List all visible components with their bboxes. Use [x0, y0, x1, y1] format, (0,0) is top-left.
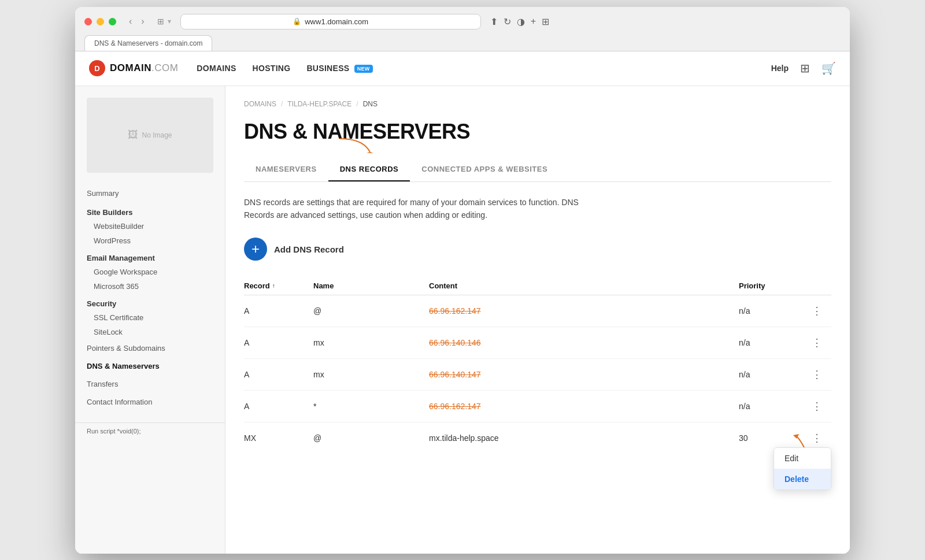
minimize-window-button[interactable]	[97, 18, 104, 25]
nav-business[interactable]: BUSINESS NEW	[306, 64, 372, 73]
window-icon: ⊞	[157, 17, 164, 26]
close-window-button[interactable]	[84, 18, 92, 25]
breadcrumb-domain-name[interactable]: TILDA-HELP.SPACE	[287, 100, 352, 108]
tab-connected-apps[interactable]: CONNECTED APPS & WEBSITES	[410, 158, 559, 181]
table-row: A mx 66.96.140.146 n/a ⋮	[244, 327, 831, 359]
row-menu-button-0[interactable]: ⋮	[808, 303, 826, 318]
tabs: NAMESERVERS DNS RECORDS CONNECTED APPS &…	[244, 158, 831, 182]
browser-window: ‹ › ⊞ ▾ 🔒 www1.domain.com ⬆ ↻ ◑ + ⊞ DNS …	[75, 7, 850, 554]
brand-logo: D	[89, 60, 105, 76]
record-actions-3: ⋮	[808, 391, 831, 422]
sidebar-item-pointers[interactable]: Pointers & Subdomains	[75, 339, 225, 357]
browser-titlebar: ‹ › ⊞ ▾ 🔒 www1.domain.com ⬆ ↻ ◑ + ⊞ DNS …	[75, 7, 850, 51]
sort-arrow[interactable]: ↑	[272, 283, 275, 289]
sidebar-section-site-builders: Site Builders	[75, 202, 225, 219]
back-button[interactable]: ‹	[125, 15, 135, 28]
record-name-4: @	[313, 422, 429, 454]
status-bar: Run script *void(0);	[75, 422, 225, 439]
table-row: A * 66.96.162.147 n/a ⋮	[244, 391, 831, 422]
dns-table: Record ↑ Name Content Priority	[244, 277, 831, 454]
breadcrumb: DOMAINS / TILDA-HELP.SPACE / DNS	[244, 100, 831, 108]
row-menu-button-1[interactable]: ⋮	[808, 335, 826, 350]
row-menu-button-3[interactable]: ⋮	[808, 399, 826, 414]
sidebar-item-summary[interactable]: Summary	[75, 184, 225, 202]
record-priority-1: n/a	[739, 327, 808, 359]
table-row: A @ 66.96.162.147 n/a ⋮	[244, 295, 831, 327]
page-title: DNS & NAMESERVERS	[244, 120, 831, 144]
nav-hosting[interactable]: HOSTING	[253, 64, 291, 73]
record-type-1: A	[244, 327, 313, 359]
sidebar-item-google-workspace[interactable]: Google Workspace	[75, 265, 225, 279]
th-actions	[808, 277, 831, 295]
breadcrumb-sep-1: /	[281, 100, 283, 108]
add-icon: +	[244, 238, 267, 261]
record-type-0: A	[244, 295, 313, 327]
nav-right: Help ⊞ 🛒	[771, 61, 836, 75]
sidebar-section-email: Email Management	[75, 248, 225, 265]
record-actions-2: ⋮	[808, 359, 831, 391]
dns-table-wrapper: Record ↑ Name Content Priority	[244, 277, 831, 454]
record-content-0: 66.96.162.147	[429, 295, 739, 327]
record-actions-0: ⋮	[808, 295, 831, 327]
grid-view-icon[interactable]: ⊞	[542, 16, 549, 27]
nav-domains[interactable]: DOMAINS	[197, 64, 236, 73]
record-content-3: 66.96.162.147	[429, 391, 739, 422]
record-name-2: mx	[313, 359, 429, 391]
sidebar-item-ssl[interactable]: SSL Certificate	[75, 310, 225, 325]
sidebar-item-sitelock[interactable]: SiteLock	[75, 325, 225, 339]
refresh-icon[interactable]: ↻	[504, 16, 511, 27]
sidebar-item-microsoft-365[interactable]: Microsoft 365	[75, 279, 225, 294]
main-layout: 🖼 No Image Summary Site Builders Website…	[75, 86, 850, 554]
table-row: MX @ mx.tilda-help.space 30 ⋮	[244, 422, 831, 454]
tab-dns-records[interactable]: DNS RECORDS	[328, 158, 410, 181]
svg-marker-0	[367, 152, 373, 153]
th-record: Record ↑	[244, 277, 313, 295]
sidebar-nav: Summary Site Builders WebsiteBuilder Wor…	[75, 184, 225, 422]
main-nav: DOMAINS HOSTING BUSINESS NEW	[197, 64, 372, 73]
record-content-2: 66.96.140.147	[429, 359, 739, 391]
help-link[interactable]: Help	[771, 64, 789, 73]
row-menu-button-4[interactable]: ⋮	[808, 431, 826, 446]
sidebar-item-wordpress[interactable]: WordPress	[75, 233, 225, 248]
window-chevron: ▾	[168, 17, 171, 25]
record-content-4: mx.tilda-help.space	[429, 422, 739, 454]
table-row: A mx 66.96.140.147 n/a ⋮	[244, 359, 831, 391]
address-bar-url[interactable]: www1.domain.com	[305, 17, 368, 26]
context-menu-delete[interactable]: Delete	[774, 469, 831, 489]
cart-icon[interactable]: 🛒	[822, 61, 836, 75]
record-content-1: 66.96.140.146	[429, 327, 739, 359]
record-type-2: A	[244, 359, 313, 391]
record-actions-1: ⋮	[808, 327, 831, 359]
brand: D DOMAIN.COM	[89, 60, 178, 76]
tab-nameservers[interactable]: NAMESERVERS	[244, 158, 328, 181]
record-priority-3: n/a	[739, 391, 808, 422]
new-tab-icon[interactable]: +	[531, 16, 536, 27]
share-icon[interactable]: ⬆	[490, 16, 498, 27]
record-type-3: A	[244, 391, 313, 422]
context-menu-edit[interactable]: Edit	[774, 448, 831, 469]
business-badge: NEW	[354, 65, 373, 73]
row-menu-button-2[interactable]: ⋮	[808, 367, 826, 382]
browser-tab[interactable]: DNS & Nameservers - domain.com	[84, 35, 212, 51]
content-area: DOMAINS / TILDA-HELP.SPACE / DNS DNS & N…	[225, 86, 850, 554]
record-priority-0: n/a	[739, 295, 808, 327]
record-name-0: @	[313, 295, 429, 327]
apps-grid-icon[interactable]: ⊞	[800, 61, 810, 75]
sidebar-item-websitebuilder[interactable]: WebsiteBuilder	[75, 219, 225, 233]
record-priority-2: n/a	[739, 359, 808, 391]
forward-button[interactable]: ›	[138, 15, 147, 28]
sidebar-item-transfers[interactable]: Transfers	[75, 375, 225, 393]
th-content: Content	[429, 277, 739, 295]
breadcrumb-current: DNS	[363, 100, 378, 108]
sidebar-item-dns[interactable]: DNS & Nameservers	[75, 357, 225, 375]
domain-image: 🖼 No Image	[87, 98, 213, 173]
sidebar-item-contact[interactable]: Contact Information	[75, 393, 225, 411]
sidebar: 🖼 No Image Summary Site Builders Website…	[75, 86, 225, 554]
reader-icon[interactable]: ◑	[517, 16, 525, 27]
breadcrumb-domains[interactable]: DOMAINS	[244, 100, 276, 108]
dns-description: DNS records are settings that are requir…	[244, 196, 637, 222]
record-name-1: mx	[313, 327, 429, 359]
add-dns-record-button[interactable]: + Add DNS Record	[244, 238, 344, 261]
sidebar-section-security: Security	[75, 294, 225, 310]
maximize-window-button[interactable]	[109, 18, 116, 25]
